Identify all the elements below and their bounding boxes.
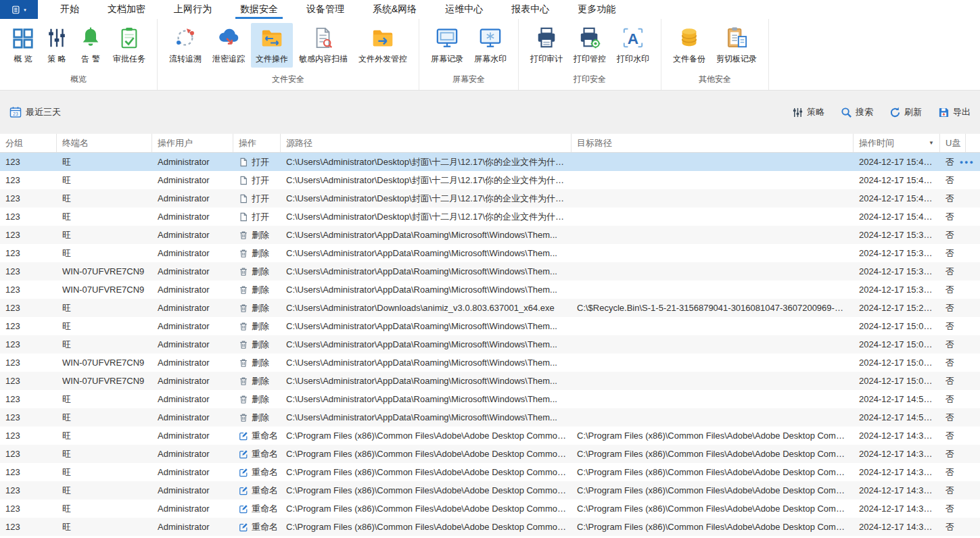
toolbar-search-button[interactable]: 搜索 <box>841 106 873 118</box>
ribbon-item-screen-record[interactable]: 屏幕记录 <box>426 23 468 68</box>
column-header-user[interactable]: 操作用户 <box>152 134 233 152</box>
cell-group: 123 <box>0 317 57 335</box>
table-row[interactable]: 123旺Administrator打开C:\Users\Administrato… <box>0 189 980 207</box>
file-outgoing-icon <box>371 26 394 49</box>
tab-report-center[interactable]: 报表中心 <box>497 0 563 19</box>
ribbon-item-file-backup[interactable]: 文件备份 <box>668 23 710 68</box>
sort-desc-icon[interactable]: ▼ <box>926 140 934 146</box>
column-header-group[interactable]: 分组 <box>0 134 57 152</box>
tab-data-security[interactable]: 数据安全 <box>226 0 292 19</box>
trash-icon <box>239 322 248 331</box>
row-actions-more-button[interactable]: ●●● <box>960 153 975 171</box>
ribbon-item-overview[interactable]: 概 览 <box>7 23 39 68</box>
tab-doc-encryption[interactable]: 文档加密 <box>93 0 160 19</box>
table-row[interactable]: 123旺Administrator删除C:\Users\Administrato… <box>0 335 980 353</box>
doc-icon <box>239 212 248 222</box>
ribbon-item-screen-watermark[interactable]: 屏幕水印 <box>469 23 511 68</box>
cell-usb: 否 <box>940 226 966 244</box>
ribbon-item-file-operations[interactable]: 文件操作 <box>251 23 293 68</box>
cell-op: 删除 <box>233 244 281 262</box>
table-row[interactable]: 123旺Administrator重命名C:\Program Files (x8… <box>0 518 980 536</box>
column-header-source-path[interactable]: 源路径 <box>281 134 571 152</box>
ribbon-item-print-control[interactable]: 打印管控 <box>569 23 611 68</box>
table-row[interactable]: 123旺Administrator重命名C:\Program Files (x8… <box>0 481 980 499</box>
cell-time: 2024-12-17 15:42:02 <box>854 189 940 207</box>
ribbon-item-print-watermark[interactable]: 打印水印 <box>612 23 654 68</box>
cell-group: 123 <box>0 299 57 317</box>
cell-user: Administrator <box>152 463 233 481</box>
column-header-usb[interactable]: U盘 <box>940 134 966 152</box>
column-header-operation[interactable]: 操作 <box>233 134 281 152</box>
toolbar-actions: 策略搜索刷新导出 <box>792 106 971 118</box>
flow-trace-icon <box>174 26 197 49</box>
cell-time: 2024-12-17 14:56:46 <box>854 408 940 426</box>
table-row[interactable]: 123旺Administrator重命名C:\Program Files (x8… <box>0 445 980 463</box>
cell-op: 删除 <box>233 317 281 335</box>
table-row[interactable]: 123旺Administrator删除C:\Users\Administrato… <box>0 408 980 426</box>
table-row[interactable]: 123WIN-07UFVRE7CN9Administrator删除C:\User… <box>0 262 980 280</box>
column-header-target-path[interactable]: 目标路径 <box>571 134 854 152</box>
cell-op: 打开 <box>233 153 281 171</box>
toolbar-refresh-button[interactable]: 刷新 <box>889 106 922 118</box>
tab-more-features[interactable]: 更多功能 <box>563 0 630 19</box>
tab-web-behavior[interactable]: 上网行为 <box>160 0 226 19</box>
cell-src: C:\Users\Administrator\AppData\Roaming\M… <box>281 226 571 244</box>
toolbar-export-button[interactable]: 导出 <box>938 106 971 118</box>
policy-icon <box>45 26 68 49</box>
column-header-terminal[interactable]: 终端名 <box>57 134 152 152</box>
cell-group: 123 <box>0 481 57 499</box>
ribbon-item-policy[interactable]: 策 略 <box>41 23 73 68</box>
policy-sliders-icon <box>792 107 803 118</box>
ribbon-item-clipboard-record[interactable]: 剪切板记录 <box>711 23 762 68</box>
table-row[interactable]: 123旺Administrator打开C:\Users\Administrato… <box>0 207 980 226</box>
table-row[interactable]: 123旺Administrator删除C:\Users\Administrato… <box>0 317 980 335</box>
ribbon-item-approval-tasks[interactable]: 审批任务 <box>108 23 150 68</box>
cell-terminal: 旺 <box>57 171 152 189</box>
cell-terminal: WIN-07UFVRE7CN9 <box>57 262 152 280</box>
ribbon-item-print-audit[interactable]: 打印审计 <box>526 23 567 68</box>
toolbar-policy-button[interactable]: 策略 <box>792 106 824 118</box>
table-row[interactable]: 123旺Administrator重命名C:\Program Files (x8… <box>0 499 980 518</box>
cell-user: Administrator <box>152 189 233 207</box>
cell-time: 2024-12-17 15:00:01 <box>854 353 940 372</box>
rename-icon <box>239 449 248 459</box>
cell-user: Administrator <box>152 262 233 280</box>
cell-group: 123 <box>0 445 57 463</box>
cell-usb: 否 <box>940 445 966 463</box>
trash-icon <box>239 303 248 313</box>
ribbon-item-file-outgoing[interactable]: 文件外发管控 <box>354 23 412 68</box>
tab-device-management[interactable]: 设备管理 <box>292 0 358 19</box>
tab-ops-center[interactable]: 运维中心 <box>431 0 497 19</box>
table-row[interactable]: 123旺Administrator删除C:\Users\Administrato… <box>0 226 980 244</box>
cell-usb: 否 <box>940 299 966 317</box>
app-menu-button[interactable]: ▾ <box>0 0 38 19</box>
table-row[interactable]: 123旺Administrator打开C:\Users\Administrato… <box>0 153 980 171</box>
table-row[interactable]: 123旺Administrator重命名C:\Program Files (x8… <box>0 463 980 481</box>
tab-start[interactable]: 开始 <box>46 0 93 19</box>
refresh-icon <box>889 107 901 118</box>
ribbon-group-overview: 概 览策 略告 警审批任务概览 <box>0 19 158 90</box>
table-row[interactable]: 123WIN-07UFVRE7CN9Administrator删除C:\User… <box>0 353 980 372</box>
date-range-filter[interactable]: 最近三天 <box>9 106 61 118</box>
ribbon-item-flow-trace[interactable]: 流转追溯 <box>164 23 206 68</box>
cell-src: C:\Users\Administrator\AppData\Roaming\M… <box>281 244 571 262</box>
column-header-operation-time[interactable]: 操作时间▼ <box>854 134 940 152</box>
cell-src: C:\Users\Administrator\AppData\Roaming\M… <box>281 317 571 335</box>
table-row[interactable]: 123WIN-07UFVRE7CN9Administrator删除C:\User… <box>0 372 980 390</box>
table-row[interactable]: 123WIN-07UFVRE7CN9Administrator删除C:\User… <box>0 280 980 299</box>
table-row[interactable]: 123旺Administrator重命名C:\Program Files (x8… <box>0 426 980 445</box>
print-watermark-icon <box>622 26 645 49</box>
tab-system-network[interactable]: 系统&网络 <box>358 0 431 19</box>
ribbon-item-alert-bell[interactable]: 告 警 <box>74 23 107 68</box>
cell-user: Administrator <box>152 244 233 262</box>
ribbon-item-sensitive-scan[interactable]: 敏感内容扫描 <box>294 23 352 68</box>
table-row[interactable]: 123旺Administrator删除C:\Users\Administrato… <box>0 390 980 408</box>
cell-src: C:\Users\Administrator\Desktop\封面\十二月\12… <box>281 153 571 171</box>
table-row[interactable]: 123旺Administrator删除C:\Users\Administrato… <box>0 299 980 317</box>
table-row[interactable]: 123旺Administrator删除C:\Users\Administrato… <box>0 244 980 262</box>
rename-icon <box>239 486 248 495</box>
cell-src: C:\Users\Administrator\AppData\Roaming\M… <box>281 408 571 426</box>
ribbon-item-leak-trace[interactable]: 泄密追踪 <box>208 23 250 68</box>
table-row[interactable]: 123旺Administrator打开C:\Users\Administrato… <box>0 171 980 189</box>
ribbon-group-label: 打印安全 <box>520 72 659 90</box>
